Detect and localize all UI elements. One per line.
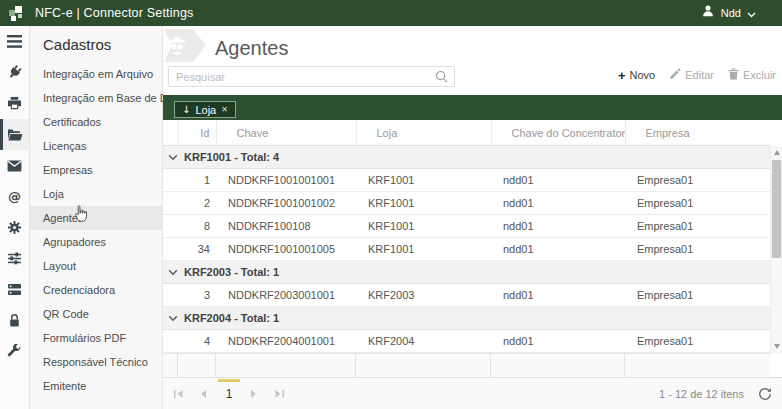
envelope-icon[interactable] bbox=[0, 150, 29, 181]
sidebar-item-licencas[interactable]: Licenças bbox=[30, 134, 162, 158]
editar-button[interactable]: Editar bbox=[669, 68, 714, 82]
agent-page-icon bbox=[163, 28, 210, 67]
sidebar-item-loja[interactable]: Loja bbox=[30, 182, 162, 206]
wrench-icon[interactable] bbox=[0, 336, 29, 367]
cell-empresa: Empresa01 bbox=[625, 192, 770, 215]
list-icon[interactable] bbox=[0, 274, 29, 305]
column-header-empresa[interactable]: Empresa bbox=[625, 120, 770, 146]
sidebar-item-responsavel-tecnico[interactable]: Responsável Técnico bbox=[30, 350, 162, 374]
row-expander-cell bbox=[163, 330, 178, 353]
column-header-chave[interactable]: Chave bbox=[216, 120, 356, 146]
menu-icon[interactable] bbox=[0, 26, 29, 57]
folder-open-icon[interactable] bbox=[0, 119, 29, 150]
column-header-loja[interactable]: Loja bbox=[356, 120, 491, 146]
grid-body: KRF1001 - Total: 41NDDKRF1001001001KRF10… bbox=[163, 146, 770, 353]
table-row[interactable]: 34NDDKRF1001001005KRF1001ndd01Empresa01 bbox=[163, 238, 770, 261]
sidebar-item-empresas[interactable]: Empresas bbox=[30, 158, 162, 182]
cell-id: 1 bbox=[178, 169, 216, 192]
sidebar-item-integracao-em-arquivo[interactable]: Integração em Arquivo bbox=[30, 62, 162, 86]
lock-icon[interactable] bbox=[0, 305, 29, 336]
icon-rail: @ bbox=[0, 26, 30, 409]
table-row[interactable]: 8NDDKRF100108KRF1001ndd01Empresa01 bbox=[163, 215, 770, 238]
group-by-bar: ↓ Loja ✕ bbox=[163, 95, 782, 120]
cell-id: 8 bbox=[178, 215, 216, 238]
row-expander-cell bbox=[163, 215, 178, 238]
expander-column-header bbox=[163, 120, 178, 146]
sidebar-item-qr-code[interactable]: QR Code bbox=[30, 302, 162, 326]
page-title: Agentes bbox=[215, 37, 288, 60]
previous-page-button[interactable] bbox=[192, 383, 214, 405]
sidebar-item-agrupadores[interactable]: Agrupadores bbox=[30, 230, 162, 254]
sidebar-item-emitente[interactable]: Emitente bbox=[30, 374, 162, 398]
sidebar: Cadastros Integração em ArquivoIntegraçã… bbox=[30, 26, 163, 409]
row-expander-cell bbox=[163, 284, 178, 307]
cell-chave: NDDKRF2003001001 bbox=[216, 284, 356, 307]
cell-id: 2 bbox=[178, 192, 216, 215]
search-input[interactable] bbox=[169, 71, 435, 83]
cell-empresa: Empresa01 bbox=[625, 238, 770, 261]
column-header-id[interactable]: Id bbox=[178, 120, 216, 146]
cell-id: 3 bbox=[178, 284, 216, 307]
group-header-row[interactable]: KRF2004 - Total: 1 bbox=[163, 307, 770, 330]
sidebar-item-integracao-em-base-de-dados[interactable]: Integração em Base de Dados bbox=[30, 86, 162, 110]
scroll-down-icon[interactable] bbox=[774, 344, 780, 349]
table-row[interactable]: 2NDDKRF1001001002KRF1001ndd01Empresa01 bbox=[163, 192, 770, 215]
chevron-down-icon bbox=[747, 4, 756, 22]
remove-group-icon[interactable]: ✕ bbox=[221, 105, 228, 114]
novo-button[interactable]: + Novo bbox=[618, 69, 655, 82]
agents-grid: Id Chave Loja Chave do Concentrator Empr… bbox=[163, 120, 770, 353]
cell-empresa: Empresa01 bbox=[625, 284, 770, 307]
page-number-1[interactable]: 1 bbox=[217, 382, 241, 406]
cell-chave: NDDKRF1001001002 bbox=[216, 192, 356, 215]
cell-empresa: Empresa01 bbox=[625, 215, 770, 238]
sidebar-item-layout[interactable]: Layout bbox=[30, 254, 162, 278]
pager: 1 1 - 12 de 12 itens bbox=[163, 377, 782, 409]
sidebar-item-agentes[interactable]: Agentes bbox=[30, 206, 162, 230]
app-title: NFC-e | Connector Settings bbox=[35, 6, 194, 20]
user-menu[interactable]: Ndd bbox=[701, 4, 756, 22]
gear-icon[interactable] bbox=[0, 212, 29, 243]
collapse-group-icon[interactable] bbox=[168, 267, 178, 279]
first-page-button[interactable] bbox=[167, 383, 189, 405]
sidebar-item-credenciadora[interactable]: Credenciadora bbox=[30, 278, 162, 302]
excluir-button[interactable]: Excluir bbox=[728, 68, 776, 82]
cell-id: 4 bbox=[178, 330, 216, 353]
scroll-up-icon[interactable] bbox=[774, 150, 780, 155]
group-label: KRF2004 - Total: 1 bbox=[184, 312, 279, 324]
ndd-logo bbox=[8, 5, 25, 22]
group-header-row[interactable]: KRF1001 - Total: 4 bbox=[163, 146, 770, 169]
refresh-icon[interactable] bbox=[758, 387, 772, 401]
sidebar-item-formularios-pdf[interactable]: Formulários PDF bbox=[30, 326, 162, 350]
header-filler bbox=[770, 120, 782, 147]
collapse-group-icon[interactable] bbox=[168, 313, 178, 325]
printer-icon[interactable] bbox=[0, 88, 29, 119]
user-name: Ndd bbox=[721, 7, 741, 19]
last-page-button[interactable] bbox=[268, 383, 290, 405]
sort-descending-icon[interactable]: ↓ bbox=[182, 104, 190, 115]
table-row[interactable]: 3NDDKRF2003001001KRF2003ndd01Empresa01 bbox=[163, 284, 770, 307]
cell-loja: KRF2004 bbox=[356, 330, 491, 353]
empty-grid-row bbox=[163, 353, 770, 378]
search-icon[interactable] bbox=[435, 70, 448, 83]
cell-chave-do-concentrator: ndd01 bbox=[491, 215, 625, 238]
table-row[interactable]: 4NDDKRF2004001001KRF2004ndd01Empresa01 bbox=[163, 330, 770, 353]
cell-chave: NDDKRF1001001005 bbox=[216, 238, 356, 261]
at-sign-icon[interactable]: @ bbox=[0, 181, 29, 212]
plug-icon[interactable] bbox=[0, 57, 29, 88]
row-expander-cell bbox=[163, 169, 178, 192]
group-header-row[interactable]: KRF2003 - Total: 1 bbox=[163, 261, 770, 284]
cell-loja: KRF1001 bbox=[356, 192, 491, 215]
column-header-concentrator[interactable]: Chave do Concentrator bbox=[491, 120, 625, 146]
table-row[interactable]: 1NDDKRF1001001001KRF1001ndd01Empresa01 bbox=[163, 169, 770, 192]
cell-id: 34 bbox=[178, 238, 216, 261]
sidebar-item-certificados[interactable]: Certificados bbox=[30, 110, 162, 134]
cell-chave: NDDKRF1001001001 bbox=[216, 169, 356, 192]
scrollbar-thumb[interactable] bbox=[772, 160, 781, 258]
sliders-icon[interactable] bbox=[0, 243, 29, 274]
grid-scrollbar[interactable] bbox=[770, 146, 782, 353]
cell-empresa: Empresa01 bbox=[625, 330, 770, 353]
group-chip-loja[interactable]: ↓ Loja ✕ bbox=[174, 101, 236, 118]
next-page-button[interactable] bbox=[243, 383, 265, 405]
collapse-group-icon[interactable] bbox=[168, 152, 178, 164]
cell-chave: NDDKRF100108 bbox=[216, 215, 356, 238]
